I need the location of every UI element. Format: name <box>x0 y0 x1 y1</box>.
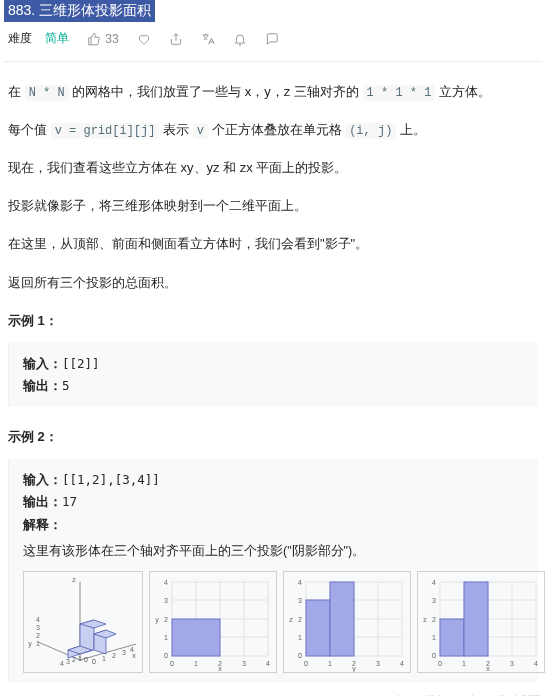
svg-text:0: 0 <box>92 658 96 665</box>
svg-text:3: 3 <box>122 649 126 656</box>
svg-text:2: 2 <box>36 632 40 639</box>
figure-row: y x z 4321 43210 01234 <box>23 571 524 673</box>
paragraph: 现在，我们查看这些立方体在 xy、yz 和 zx 平面上的投影。 <box>8 156 538 180</box>
like-count: 33 <box>105 32 118 46</box>
svg-text:1: 1 <box>36 640 40 647</box>
notify-button[interactable] <box>233 32 247 46</box>
paragraph: 在 N * N 的网格中，我们放置了一些与 x，y，z 三轴对齐的 1 * 1 … <box>8 80 538 104</box>
svg-rect-84 <box>464 582 488 656</box>
svg-text:1: 1 <box>462 660 466 667</box>
share-icon <box>169 32 183 46</box>
svg-text:4: 4 <box>164 579 168 586</box>
svg-text:0: 0 <box>164 652 168 659</box>
svg-text:y: y <box>28 640 32 648</box>
output-value: 17 <box>62 494 77 509</box>
heart-icon <box>137 32 151 46</box>
svg-text:0: 0 <box>84 656 88 663</box>
text: 立方体。 <box>435 84 491 99</box>
svg-text:y: y <box>155 616 159 624</box>
explain-text: 这里有该形体在三个轴对齐平面上的三个投影("阴影部分")。 <box>23 540 524 563</box>
example-box: 输入：[[2]] 输出：5 <box>8 343 538 408</box>
svg-rect-83 <box>440 619 464 656</box>
svg-text:4: 4 <box>60 660 64 667</box>
svg-text:1: 1 <box>102 655 106 662</box>
input-value: [[2]] <box>62 356 100 371</box>
svg-text:z: z <box>423 616 427 623</box>
output-label: 输出： <box>23 495 62 509</box>
meta-row: 难度 简单 33 <box>4 22 542 62</box>
svg-text:2: 2 <box>72 656 76 663</box>
paragraph: 投影就像影子，将三维形体映射到一个二维平面上。 <box>8 194 538 218</box>
svg-text:1: 1 <box>298 634 302 641</box>
example-title: 示例 1： <box>8 309 538 333</box>
svg-text:1: 1 <box>328 660 332 667</box>
svg-text:3: 3 <box>432 597 436 604</box>
svg-text:0: 0 <box>304 660 308 667</box>
inline-code: v = grid[i][j] <box>51 123 160 139</box>
svg-text:3: 3 <box>510 660 514 667</box>
inline-code: 1 * 1 * 1 <box>363 85 436 101</box>
output-label: 输出： <box>23 379 62 393</box>
svg-text:x: x <box>132 652 136 659</box>
svg-text:4: 4 <box>400 660 404 667</box>
paragraph: 返回所有三个投影的总面积。 <box>8 271 538 295</box>
svg-text:3: 3 <box>242 660 246 667</box>
input-value: [[1,2],[3,4]] <box>62 472 160 487</box>
output-value: 5 <box>62 378 70 393</box>
svg-rect-60 <box>330 582 354 656</box>
difficulty-label: 难度 <box>8 31 32 45</box>
svg-text:0: 0 <box>170 660 174 667</box>
paragraph: 每个值 v = grid[i][j] 表示 v 个正方体叠放在单元格 (i, j… <box>8 118 538 142</box>
text: 表示 <box>159 122 192 137</box>
svg-text:1: 1 <box>432 634 436 641</box>
svg-text:4: 4 <box>298 579 302 586</box>
example-box: 输入：[[1,2],[3,4]] 输出：17 解释： 这里有该形体在三个轴对齐平… <box>8 459 538 683</box>
svg-rect-59 <box>306 600 330 656</box>
inline-code: (i, j) <box>345 123 396 139</box>
translate-icon <box>201 32 215 46</box>
svg-text:1: 1 <box>194 660 198 667</box>
share-button[interactable] <box>169 32 183 46</box>
svg-text:z: z <box>289 616 293 623</box>
svg-text:4: 4 <box>534 660 538 667</box>
figure-zx-projection: 01234 01234 xz <box>417 571 545 673</box>
svg-text:x: x <box>218 665 222 672</box>
svg-text:4: 4 <box>432 579 436 586</box>
input-label: 输入： <box>23 473 62 487</box>
text: 个正方体叠放在单元格 <box>208 122 345 137</box>
inline-code: v <box>193 123 208 139</box>
feedback-icon <box>265 32 279 46</box>
svg-text:3: 3 <box>36 624 40 631</box>
svg-text:0: 0 <box>438 660 442 667</box>
text: 的网格中，我们放置了一些与 x，y，z 三轴对齐的 <box>69 84 363 99</box>
svg-text:2: 2 <box>164 616 168 623</box>
text: 在 <box>8 84 25 99</box>
figure-xy-projection: 01234 01234 xy <box>149 571 277 673</box>
svg-text:1: 1 <box>78 655 82 662</box>
example-title: 示例 2： <box>8 425 538 449</box>
svg-text:y: y <box>352 665 356 672</box>
svg-text:x: x <box>486 665 490 672</box>
svg-rect-36 <box>172 619 220 656</box>
difficulty-value: 简单 <box>45 31 69 45</box>
figure-yz-projection: 01234 01234 yz <box>283 571 411 673</box>
svg-text:3: 3 <box>298 597 302 604</box>
feedback-button[interactable] <box>265 32 279 46</box>
problem-title: 883. 三维形体投影面积 <box>4 0 155 22</box>
explain-label: 解释： <box>23 518 62 532</box>
inline-code: N * N <box>25 85 69 101</box>
svg-text:0: 0 <box>298 652 302 659</box>
text: 上。 <box>396 122 426 137</box>
like-button[interactable]: 33 <box>87 32 118 46</box>
svg-text:2: 2 <box>298 616 302 623</box>
problem-content: 在 N * N 的网格中，我们放置了一些与 x，y，z 三轴对齐的 1 * 1 … <box>4 62 542 696</box>
translate-button[interactable] <box>201 32 215 46</box>
bell-icon <box>233 32 247 46</box>
text: 每个值 <box>8 122 51 137</box>
thumbs-up-icon <box>87 32 101 46</box>
paragraph: 在这里，从顶部、前面和侧面看立方体时，我们会看到"影子"。 <box>8 232 538 256</box>
svg-text:z: z <box>72 576 76 583</box>
svg-text:2: 2 <box>432 616 436 623</box>
svg-text:4: 4 <box>130 646 134 653</box>
favorite-button[interactable] <box>137 32 151 46</box>
